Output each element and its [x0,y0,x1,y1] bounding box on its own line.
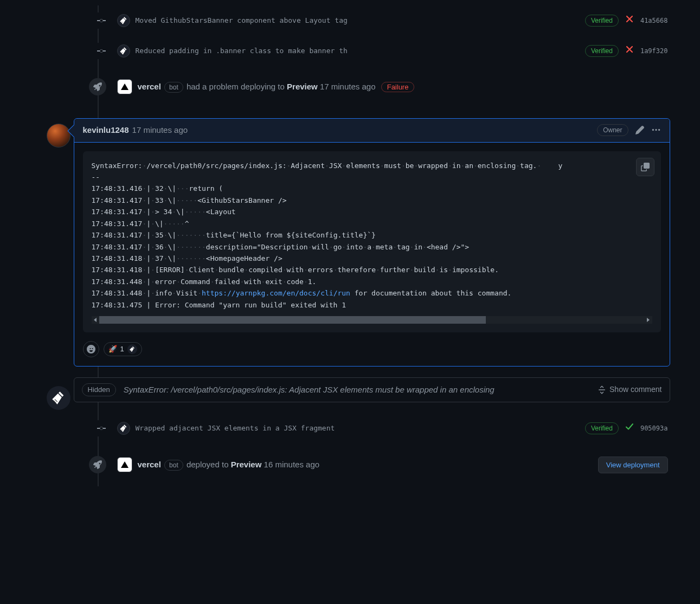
reaction-count: 1 [120,344,124,355]
bot-badge: bot [164,460,183,471]
commit-sha[interactable]: 1a9f320 [640,46,668,56]
commit-row: Reduced padding in .banner class to make… [89,36,670,66]
vercel-avatar[interactable] [117,457,132,472]
commit-row: Wrapped adjacent JSX elements in a JSX f… [89,413,670,444]
code-block: SyntaxError:·/vercel/path0/src/pages/ind… [83,151,661,333]
comment-author-avatar[interactable] [47,124,70,147]
author-avatar[interactable] [117,422,130,435]
unfold-icon [598,385,606,394]
owner-badge: Owner [597,124,628,136]
actor-link[interactable]: vercel [138,82,161,91]
reaction-rocket[interactable]: 🚀 1 [104,342,142,356]
author-avatar[interactable] [117,14,130,27]
comment-header: kevinlu1248 17 minutes ago Owner [74,119,670,143]
edit-icon[interactable] [635,125,645,135]
comment-author-link[interactable]: kevinlu1248 [83,124,129,137]
status-pass-icon[interactable] [625,422,634,434]
deploy-ok-text: vercel bot deployed to Preview 16 minute… [138,459,320,471]
commit-icon [93,420,110,436]
rocket-emoji: 🚀 [108,344,117,355]
yarn-docs-link[interactable]: https://yarnpkg.com/en/docs/cli/run [202,289,350,297]
timeline: Moved GithubStarsBanner component above … [85,5,670,486]
deploy-event-fail: vercel bot had a problem deploying to Pr… [89,66,670,107]
author-avatar[interactable] [117,44,130,57]
commit-message[interactable]: Moved GithubStarsBanner component above … [136,15,348,26]
hidden-comment-row: Hidden SyntaxError: /vercel/path0/src/pa… [74,377,670,402]
horizontal-scrollbar[interactable] [92,316,652,324]
deploy-event-success: vercel bot deployed to Preview 16 minute… [89,444,670,487]
actor-link[interactable]: vercel [138,460,161,469]
rocket-icon [89,456,106,473]
status-fail-icon[interactable] [625,15,634,27]
comment-card: kevinlu1248 17 minutes ago Owner SyntaxE… [74,118,670,367]
show-comment-button[interactable]: Show comment [598,384,662,395]
comment-body: SyntaxError:·/vercel/path0/src/pages/ind… [74,143,670,342]
verified-badge[interactable]: Verified [585,15,619,27]
status-fail-icon[interactable] [625,45,634,57]
deploy-fail-text: vercel bot had a problem deploying to Pr… [138,81,415,93]
comment-timestamp[interactable]: 17 minutes ago [132,124,188,137]
add-reaction-button[interactable] [83,341,99,357]
hidden-preview: SyntaxError: /vercel/path0/src/pages/ind… [124,384,590,396]
commit-icon [93,43,110,59]
kebab-icon[interactable] [651,125,661,135]
hidden-badge: Hidden [82,383,116,396]
failure-label: Failure [381,82,415,92]
commit-message[interactable]: Reduced padding in .banner class to make… [136,46,348,56]
commit-icon [93,12,110,29]
commit-message[interactable]: Wrapped adjacent JSX elements in a JSX f… [136,423,335,434]
rocket-icon [89,78,106,95]
copy-button[interactable] [636,158,654,176]
commit-row: Moved GithubStarsBanner component above … [89,5,670,36]
commit-sha[interactable]: 41a5668 [640,16,668,25]
verified-badge[interactable]: Verified [585,45,619,57]
reactions-bar: 🚀 1 [74,341,670,366]
reactor-avatar [127,344,137,354]
hidden-author-avatar[interactable] [47,386,70,410]
view-deployment-button[interactable]: View deployment [598,457,668,474]
bot-badge: bot [164,82,183,93]
verified-badge[interactable]: Verified [585,422,619,434]
commit-sha[interactable]: 905093a [640,423,668,433]
vercel-avatar[interactable] [117,79,132,94]
